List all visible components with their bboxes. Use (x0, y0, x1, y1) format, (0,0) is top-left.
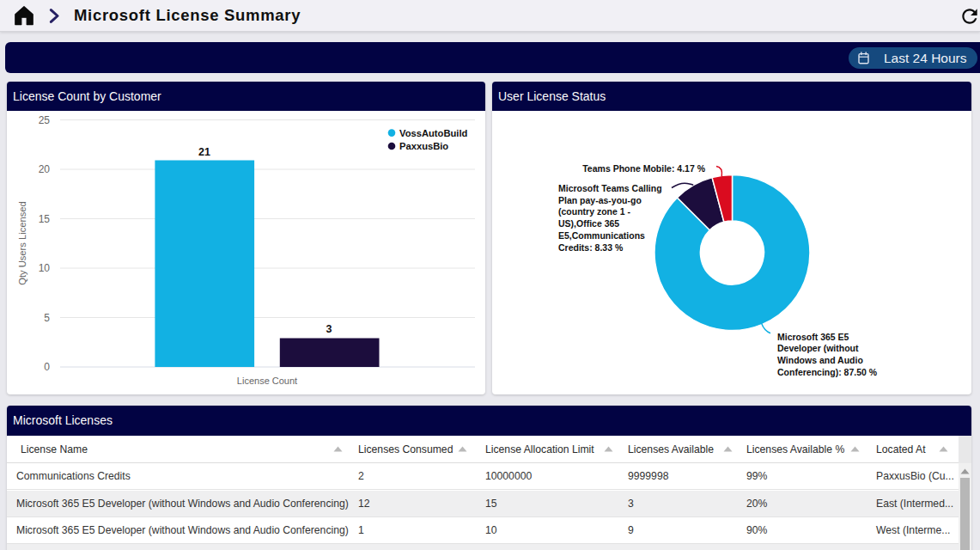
svg-text:10: 10 (39, 262, 51, 274)
svg-text:Qty Users Licensed: Qty Users Licensed (17, 201, 27, 285)
svg-text:Microsoft 365 E5: Microsoft 365 E5 (777, 332, 849, 342)
svg-text:3: 3 (326, 323, 332, 335)
svg-text:25: 25 (39, 114, 51, 126)
svg-text:Conferencing): 87.50 %: Conferencing): 87.50 % (777, 367, 878, 377)
svg-text:US),Office 365: US),Office 365 (558, 218, 619, 229)
svg-text:Microsoft Teams Calling: Microsoft Teams Calling (558, 183, 662, 193)
svg-text:(country zone 1 -: (country zone 1 - (558, 206, 631, 217)
svg-text:Developer (without: Developer (without (777, 343, 859, 353)
svg-text:20: 20 (39, 163, 51, 175)
svg-text:License Count: License Count (237, 376, 297, 386)
svg-text:Credits: 8.33 %: Credits: 8.33 % (558, 242, 624, 253)
svg-text:VossAutoBuild: VossAutoBuild (399, 128, 468, 138)
svg-text:E5,Communications: E5,Communications (558, 230, 645, 241)
svg-text:5: 5 (44, 312, 50, 324)
svg-text:Windows and Audio: Windows and Audio (777, 355, 863, 365)
svg-text:Plan pay-as-you-go: Plan pay-as-you-go (558, 195, 642, 205)
svg-text:0: 0 (44, 361, 50, 373)
svg-text:Teams Phone Mobile: 4.17 %: Teams Phone Mobile: 4.17 % (582, 163, 705, 174)
svg-text:21: 21 (198, 146, 210, 158)
svg-text:15: 15 (39, 213, 51, 225)
svg-text:PaxxusBio: PaxxusBio (399, 141, 448, 151)
